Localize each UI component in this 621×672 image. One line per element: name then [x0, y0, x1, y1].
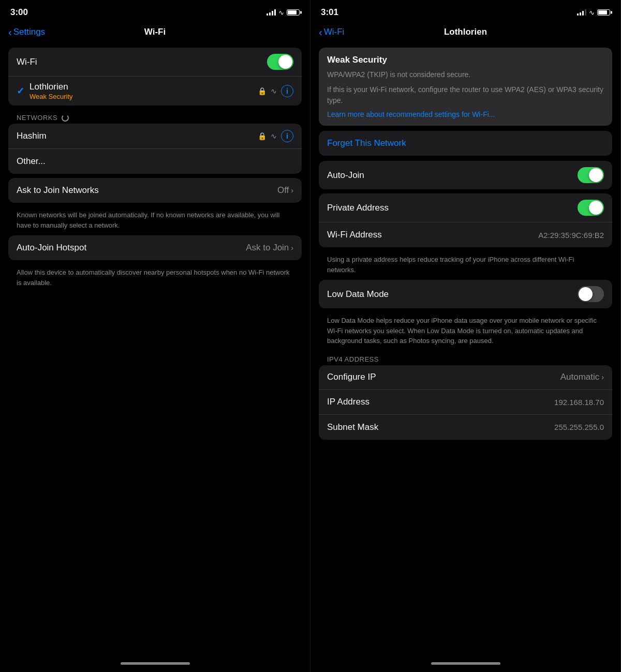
configure-ip-value-row: Automatic › — [560, 372, 604, 382]
home-indicator-right — [310, 654, 620, 672]
signal-icon-left — [267, 9, 276, 16]
private-address-toggle[interactable] — [578, 200, 604, 216]
networks-label-text: NETWORKS — [17, 114, 57, 122]
content-right: Weak Security WPA/WPA2 (TKIP) is not con… — [310, 43, 620, 654]
hashim-icons: 🔒 ∿ i — [258, 130, 293, 142]
right-panel: 3:01 ∿ ‹ Wi-Fi Lothlorien Weak Security … — [310, 0, 621, 672]
wifi-toggle-label: Wi-Fi — [17, 57, 37, 67]
ask-to-join-value: Off — [277, 185, 289, 196]
ip-address-label: IP Address — [327, 397, 369, 407]
wifi-signal-connected: ∿ — [271, 87, 277, 95]
wifi-status-icon-left: ∿ — [278, 9, 284, 17]
networks-card: Hashim 🔒 ∿ i Other... — [8, 124, 302, 174]
private-address-row: Private Address — [319, 193, 612, 222]
ask-to-join-label: Ask to Join Networks — [17, 185, 99, 196]
low-data-row: Low Data Mode — [319, 280, 612, 308]
lock-icon-connected: 🔒 — [258, 87, 267, 95]
ipv4-card: Configure IP Automatic › IP Address 192.… — [319, 365, 612, 440]
nav-title-left: Wi-Fi — [144, 27, 166, 37]
auto-join-row: Auto-Join — [319, 161, 612, 189]
content-left: Wi-Fi ✓ Lothlorien Weak Security 🔒 ∿ i — [0, 43, 310, 654]
wifi-address-label: Wi-Fi Address — [327, 230, 382, 240]
forget-network-card[interactable]: Forget This Network — [319, 131, 612, 156]
weak-security-line2: If this is your Wi-Fi network, configure… — [327, 84, 604, 106]
back-chevron-left: ‹ — [8, 27, 12, 37]
wifi-address-row: Wi-Fi Address A2:29:35:9C:69:B2 — [319, 222, 612, 247]
back-label-left: Settings — [13, 27, 45, 37]
networks-section-label: NETWORKS — [8, 110, 302, 124]
network-row-other[interactable]: Other... — [8, 149, 302, 174]
subnet-mask-label: Subnet Mask — [327, 422, 378, 432]
connected-network-row[interactable]: ✓ Lothlorien Weak Security 🔒 ∿ i — [8, 77, 302, 106]
auto-join-hotspot-desc: Allow this device to automatically disco… — [8, 264, 302, 293]
private-address-label: Private Address — [327, 203, 389, 213]
private-address-desc: Using a private address helps reduce tra… — [319, 251, 612, 280]
info-button-connected[interactable]: i — [281, 85, 293, 97]
status-bar-left: 3:00 ∿ — [0, 0, 310, 23]
auto-join-hotspot-chevron: › — [291, 244, 293, 252]
low-data-desc: Low Data Mode helps reduce your iPhone d… — [319, 312, 612, 351]
connected-network-name: Lothlorien — [29, 82, 253, 92]
configure-ip-value: Automatic — [560, 372, 600, 382]
back-button-right[interactable]: ‹ Wi-Fi — [319, 27, 344, 37]
info-button-hashim[interactable]: i — [281, 130, 293, 142]
network-name-other: Other... — [17, 156, 46, 167]
auto-join-label: Auto-Join — [327, 170, 364, 181]
ipv4-section-label: IPV4 ADDRESS — [319, 351, 612, 365]
subnet-mask-row: Subnet Mask 255.255.255.0 — [319, 415, 612, 440]
ask-to-join-card: Ask to Join Networks Off › — [8, 178, 302, 203]
ask-to-join-value-row: Off › — [277, 185, 293, 196]
back-button-left[interactable]: ‹ Settings — [8, 27, 45, 37]
private-address-section: Private Address Wi-Fi Address A2:29:35:9… — [319, 193, 612, 247]
status-icons-right: ∿ — [577, 9, 610, 17]
weak-security-card: Weak Security WPA/WPA2 (TKIP) is not con… — [319, 48, 612, 126]
signal-icon-right — [577, 9, 586, 16]
connected-network-info: Lothlorien Weak Security — [29, 82, 253, 100]
weak-security-line1: WPA/WPA2 (TKIP) is not considered secure… — [327, 69, 604, 80]
ask-to-join-desc: Known networks will be joined automatica… — [8, 207, 302, 235]
status-bar-right: 3:01 ∿ — [310, 0, 620, 23]
ip-address-value: 192.168.18.70 — [554, 398, 604, 407]
nav-header-left: ‹ Settings Wi-Fi — [0, 23, 310, 43]
weak-security-title: Weak Security — [327, 55, 604, 65]
auto-join-card: Auto-Join — [319, 161, 612, 189]
connected-network-icons: 🔒 ∿ i — [258, 85, 293, 97]
back-label-right: Wi-Fi — [324, 27, 345, 37]
left-panel: 3:00 ∿ ‹ Settings Wi-Fi Wi-Fi — [0, 0, 310, 672]
ip-address-row: IP Address 192.168.18.70 — [319, 390, 612, 415]
nav-title-right: Lothlorien — [444, 27, 487, 37]
auto-join-hotspot-value: Ask to Join — [246, 243, 289, 253]
auto-join-toggle[interactable] — [578, 167, 604, 183]
subnet-mask-value: 255.255.255.0 — [554, 423, 604, 431]
auto-join-hotspot-card: Auto-Join Hotspot Ask to Join › — [8, 235, 302, 260]
configure-ip-chevron: › — [601, 373, 604, 381]
nav-header-right: ‹ Wi-Fi Lothlorien — [310, 23, 620, 43]
learn-more-link[interactable]: Learn more about recommended settings fo… — [327, 110, 604, 118]
low-data-card: Low Data Mode — [319, 280, 612, 308]
back-chevron-right: ‹ — [319, 27, 322, 37]
time-left: 3:00 — [10, 7, 28, 18]
auto-join-hotspot-label: Auto-Join Hotspot — [17, 243, 86, 253]
loading-spinner — [62, 114, 69, 122]
low-data-toggle[interactable] — [578, 286, 604, 302]
lock-icon-hashim: 🔒 — [258, 132, 267, 140]
network-name-hashim: Hashim — [17, 131, 47, 141]
connected-network-sub: Weak Security — [29, 93, 253, 100]
wifi-card: Wi-Fi ✓ Lothlorien Weak Security 🔒 ∿ i — [8, 48, 302, 106]
wifi-toggle[interactable] — [267, 54, 293, 70]
forget-network-label: Forget This Network — [327, 138, 406, 148]
wifi-address-value: A2:29:35:9C:69:B2 — [538, 231, 604, 240]
ask-to-join-chevron: › — [291, 186, 293, 195]
home-indicator-left — [0, 654, 310, 672]
auto-join-hotspot-value-row: Ask to Join › — [246, 243, 293, 253]
ask-to-join-row[interactable]: Ask to Join Networks Off › — [8, 178, 302, 203]
checkmark-icon: ✓ — [17, 85, 24, 97]
status-icons-left: ∿ — [267, 9, 300, 17]
auto-join-hotspot-row[interactable]: Auto-Join Hotspot Ask to Join › — [8, 235, 302, 260]
configure-ip-row[interactable]: Configure IP Automatic › — [319, 365, 612, 390]
low-data-label: Low Data Mode — [327, 289, 389, 300]
wifi-signal-hashim: ∿ — [271, 132, 277, 140]
network-row-hashim[interactable]: Hashim 🔒 ∿ i — [8, 124, 302, 149]
battery-icon-right — [597, 9, 610, 16]
battery-icon-left — [287, 9, 300, 16]
